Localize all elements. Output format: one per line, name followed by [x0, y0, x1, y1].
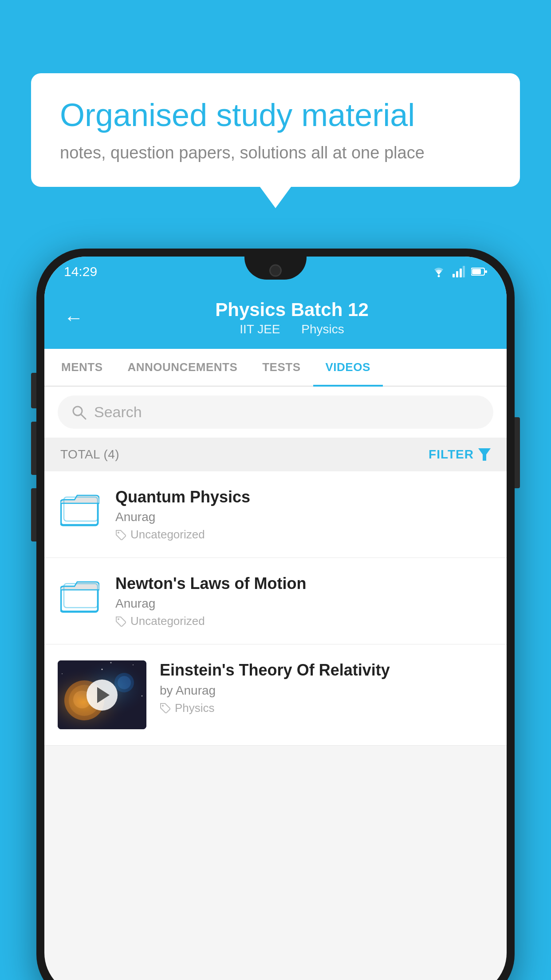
video-info: Newton's Laws of Motion Anurag Uncategor… [115, 574, 493, 628]
video-title: Newton's Laws of Motion [115, 574, 493, 593]
tag-label: Uncategorized [130, 614, 205, 628]
search-icon [71, 404, 87, 420]
wifi-icon [431, 266, 446, 277]
front-camera [269, 265, 282, 277]
bubble-subtitle: notes, question papers, solutions all at… [60, 143, 491, 162]
svg-rect-7 [485, 270, 487, 273]
phone-screen: 14:29 [44, 257, 507, 980]
video-title: Quantum Physics [115, 487, 493, 506]
folder-icon [60, 490, 99, 529]
video-author: Anurag [115, 597, 493, 611]
tag-label: Uncategorized [130, 528, 205, 541]
tab-tests[interactable]: TESTS [250, 349, 313, 386]
svg-point-30 [62, 673, 63, 674]
video-info: Quantum Physics Anurag Uncategorized [115, 487, 493, 541]
bubble-title: Organised study material [60, 98, 491, 133]
tab-ments[interactable]: MENTS [49, 349, 115, 386]
signal-icon [453, 266, 465, 277]
header-title: Physics Batch 12 [97, 299, 487, 320]
app-header: ← Physics Batch 12 IIT JEE Physics [44, 287, 507, 349]
video-thumbnail [58, 660, 146, 729]
video-tag: Uncategorized [115, 614, 493, 628]
filter-button[interactable]: FILTER [429, 447, 491, 462]
phone-power-button [515, 417, 520, 488]
svg-point-27 [102, 669, 103, 670]
video-info: Einstein's Theory Of Relativity by Anura… [160, 660, 493, 715]
phone-volume-down-button [31, 422, 36, 475]
tab-videos[interactable]: VIDEOS [313, 349, 383, 386]
video-title: Einstein's Theory Of Relativity [160, 660, 493, 680]
battery-icon [471, 267, 487, 276]
header-subtitle: IIT JEE Physics [97, 322, 487, 336]
play-button[interactable] [87, 680, 118, 711]
svg-rect-2 [456, 271, 458, 277]
svg-point-32 [162, 705, 164, 707]
filter-bar: TOTAL (4) FILTER [44, 438, 507, 471]
tag-icon [115, 616, 126, 627]
status-time: 14:29 [64, 264, 97, 279]
search-input[interactable]: Search [94, 403, 142, 421]
list-item[interactable]: Einstein's Theory Of Relativity by Anura… [44, 644, 507, 746]
tab-announcements[interactable]: ANNOUNCEMENTS [115, 349, 250, 386]
svg-point-18 [118, 618, 119, 620]
svg-rect-1 [453, 274, 455, 277]
svg-line-9 [81, 415, 86, 419]
video-tag: Uncategorized [115, 528, 493, 541]
video-author: by Anurag [160, 684, 493, 698]
subtitle-iitjee: IIT JEE [240, 322, 280, 336]
svg-rect-4 [463, 266, 465, 277]
svg-point-31 [110, 662, 112, 664]
search-section: Search [44, 387, 507, 438]
tag-icon [115, 530, 126, 540]
subtitle-physics: Physics [301, 322, 344, 336]
filter-icon [478, 448, 491, 461]
video-tag: Physics [160, 701, 493, 715]
svg-marker-10 [478, 448, 491, 461]
list-item[interactable]: Newton's Laws of Motion Anurag Uncategor… [44, 558, 507, 644]
phone-volume-up-button [31, 373, 36, 408]
svg-point-29 [142, 695, 142, 696]
svg-point-0 [438, 275, 440, 277]
tabs-bar: MENTS ANNOUNCEMENTS TESTS VIDEOS [44, 349, 507, 387]
phone-silent-button [31, 488, 36, 541]
status-bar: 14:29 [44, 257, 507, 287]
svg-rect-6 [472, 269, 481, 274]
notch [244, 257, 307, 280]
phone-frame: 14:29 [36, 249, 515, 980]
header-center: Physics Batch 12 IIT JEE Physics [97, 299, 487, 336]
filter-label: FILTER [429, 447, 474, 462]
total-count: TOTAL (4) [60, 447, 119, 462]
search-container[interactable]: Search [58, 395, 493, 429]
list-item[interactable]: Quantum Physics Anurag Uncategorized [44, 471, 507, 558]
video-list: Quantum Physics Anurag Uncategorized [44, 471, 507, 746]
back-button[interactable]: ← [64, 308, 83, 328]
folder-icon-container [58, 487, 102, 532]
play-triangle-icon [97, 687, 110, 703]
speech-bubble-section: Organised study material notes, question… [31, 73, 520, 187]
folder-icon-container [58, 574, 102, 618]
video-author: Anurag [115, 510, 493, 524]
speech-bubble: Organised study material notes, question… [31, 73, 520, 187]
folder-icon [60, 577, 99, 616]
tag-icon [160, 703, 170, 713]
svg-point-28 [133, 664, 134, 665]
svg-rect-3 [460, 269, 462, 277]
tag-label: Physics [175, 701, 215, 715]
svg-point-14 [118, 532, 119, 533]
status-icons [431, 266, 487, 277]
